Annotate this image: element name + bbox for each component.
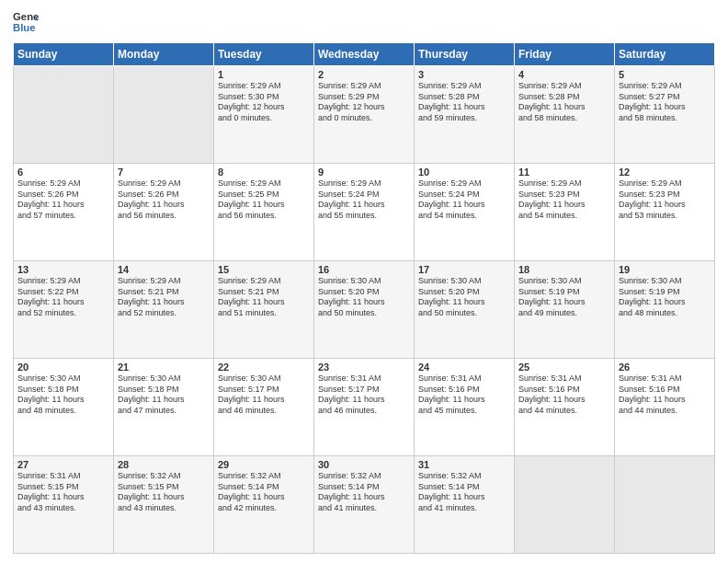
cell-info: Sunrise: 5:31 AM Sunset: 5:16 PM Dayligh…: [518, 373, 610, 417]
day-number: 20: [17, 362, 109, 373]
calendar-cell: 26Sunrise: 5:31 AM Sunset: 5:16 PM Dayli…: [615, 359, 715, 456]
cell-info: Sunrise: 5:29 AM Sunset: 5:22 PM Dayligh…: [17, 276, 109, 319]
day-number: 28: [118, 459, 210, 470]
cell-info: Sunrise: 5:29 AM Sunset: 5:21 PM Dayligh…: [118, 276, 210, 319]
calendar-cell: 23Sunrise: 5:31 AM Sunset: 5:17 PM Dayli…: [314, 359, 415, 456]
cell-info: Sunrise: 5:32 AM Sunset: 5:14 PM Dayligh…: [318, 471, 410, 514]
calendar-cell: [515, 456, 615, 554]
cell-info: Sunrise: 5:29 AM Sunset: 5:23 PM Dayligh…: [619, 178, 711, 222]
day-number: 5: [619, 69, 711, 80]
calendar-cell: 2Sunrise: 5:29 AM Sunset: 5:29 PM Daylig…: [314, 66, 415, 164]
calendar-cell: 19Sunrise: 5:30 AM Sunset: 5:19 PM Dayli…: [615, 261, 715, 359]
calendar-cell: 11Sunrise: 5:29 AM Sunset: 5:23 PM Dayli…: [515, 164, 615, 261]
cell-info: Sunrise: 5:30 AM Sunset: 5:19 PM Dayligh…: [518, 276, 610, 319]
weekday-header-friday: Friday: [515, 43, 615, 66]
weekday-header-thursday: Thursday: [415, 43, 515, 66]
week-row-3: 13Sunrise: 5:29 AM Sunset: 5:22 PM Dayli…: [14, 261, 715, 359]
cell-info: Sunrise: 5:29 AM Sunset: 5:24 PM Dayligh…: [318, 178, 410, 222]
day-number: 4: [518, 69, 610, 80]
weekday-header-tuesday: Tuesday: [214, 43, 314, 66]
day-number: 16: [318, 264, 410, 275]
weekday-header-sunday: Sunday: [14, 43, 114, 66]
cell-info: Sunrise: 5:29 AM Sunset: 5:21 PM Dayligh…: [218, 276, 310, 319]
weekday-header-saturday: Saturday: [615, 43, 715, 66]
day-number: 21: [118, 362, 210, 373]
day-number: 13: [17, 264, 109, 275]
calendar-cell: 22Sunrise: 5:30 AM Sunset: 5:17 PM Dayli…: [214, 359, 314, 456]
day-number: 3: [418, 69, 510, 80]
calendar-cell: 1Sunrise: 5:29 AM Sunset: 5:30 PM Daylig…: [214, 66, 314, 164]
calendar-cell: 20Sunrise: 5:30 AM Sunset: 5:18 PM Dayli…: [14, 359, 114, 456]
calendar-cell: 28Sunrise: 5:32 AM Sunset: 5:15 PM Dayli…: [114, 456, 214, 554]
calendar-cell: 15Sunrise: 5:29 AM Sunset: 5:21 PM Dayli…: [214, 261, 314, 359]
day-number: 29: [218, 459, 310, 470]
calendar-cell: 27Sunrise: 5:31 AM Sunset: 5:15 PM Dayli…: [14, 456, 114, 554]
cell-info: Sunrise: 5:31 AM Sunset: 5:16 PM Dayligh…: [418, 373, 510, 417]
cell-info: Sunrise: 5:31 AM Sunset: 5:17 PM Dayligh…: [318, 373, 410, 417]
day-number: 12: [619, 167, 711, 178]
day-number: 11: [518, 167, 610, 178]
day-number: 6: [17, 167, 109, 178]
day-number: 15: [218, 264, 310, 275]
calendar-cell: 14Sunrise: 5:29 AM Sunset: 5:21 PM Dayli…: [114, 261, 214, 359]
cell-info: Sunrise: 5:29 AM Sunset: 5:28 PM Dayligh…: [518, 81, 610, 124]
cell-info: Sunrise: 5:29 AM Sunset: 5:26 PM Dayligh…: [118, 178, 210, 222]
calendar-cell: 13Sunrise: 5:29 AM Sunset: 5:22 PM Dayli…: [14, 261, 114, 359]
calendar-cell: 4Sunrise: 5:29 AM Sunset: 5:28 PM Daylig…: [515, 66, 615, 164]
cell-info: Sunrise: 5:32 AM Sunset: 5:15 PM Dayligh…: [118, 471, 210, 514]
day-number: 8: [218, 167, 310, 178]
day-number: 7: [118, 167, 210, 178]
calendar-table: SundayMondayTuesdayWednesdayThursdayFrid…: [13, 42, 715, 554]
logo: General Blue: [13, 9, 39, 35]
cell-info: Sunrise: 5:29 AM Sunset: 5:26 PM Dayligh…: [17, 178, 109, 222]
calendar-cell: 29Sunrise: 5:32 AM Sunset: 5:14 PM Dayli…: [214, 456, 314, 554]
calendar-cell: 5Sunrise: 5:29 AM Sunset: 5:27 PM Daylig…: [615, 66, 715, 164]
calendar-cell: 24Sunrise: 5:31 AM Sunset: 5:16 PM Dayli…: [415, 359, 515, 456]
week-row-2: 6Sunrise: 5:29 AM Sunset: 5:26 PM Daylig…: [14, 164, 715, 261]
cell-info: Sunrise: 5:31 AM Sunset: 5:15 PM Dayligh…: [17, 471, 109, 514]
svg-text:Blue: Blue: [13, 22, 36, 33]
cell-info: Sunrise: 5:29 AM Sunset: 5:24 PM Dayligh…: [418, 178, 510, 222]
day-number: 27: [17, 459, 109, 470]
cell-info: Sunrise: 5:29 AM Sunset: 5:28 PM Dayligh…: [418, 81, 510, 124]
calendar-cell: 25Sunrise: 5:31 AM Sunset: 5:16 PM Dayli…: [515, 359, 615, 456]
cell-info: Sunrise: 5:30 AM Sunset: 5:18 PM Dayligh…: [118, 373, 210, 417]
day-number: 26: [619, 362, 711, 373]
day-number: 17: [418, 264, 510, 275]
cell-info: Sunrise: 5:29 AM Sunset: 5:25 PM Dayligh…: [218, 178, 310, 222]
calendar-cell: 31Sunrise: 5:32 AM Sunset: 5:14 PM Dayli…: [415, 456, 515, 554]
page: General Blue SundayMondayTuesdayWednesda…: [0, 0, 728, 563]
calendar-cell: 3Sunrise: 5:29 AM Sunset: 5:28 PM Daylig…: [415, 66, 515, 164]
cell-info: Sunrise: 5:30 AM Sunset: 5:20 PM Dayligh…: [418, 276, 510, 319]
calendar-cell: 9Sunrise: 5:29 AM Sunset: 5:24 PM Daylig…: [314, 164, 415, 261]
logo-icon: General Blue: [13, 9, 39, 35]
day-number: 19: [619, 264, 711, 275]
week-row-1: 1Sunrise: 5:29 AM Sunset: 5:30 PM Daylig…: [14, 66, 715, 164]
calendar-cell: [14, 66, 114, 164]
cell-info: Sunrise: 5:29 AM Sunset: 5:30 PM Dayligh…: [218, 81, 310, 124]
calendar-cell: [615, 456, 715, 554]
header: General Blue: [13, 9, 715, 35]
cell-info: Sunrise: 5:29 AM Sunset: 5:23 PM Dayligh…: [518, 178, 610, 222]
day-number: 25: [518, 362, 610, 373]
day-number: 18: [518, 264, 610, 275]
calendar-cell: [114, 66, 214, 164]
cell-info: Sunrise: 5:32 AM Sunset: 5:14 PM Dayligh…: [218, 471, 310, 514]
calendar-cell: 30Sunrise: 5:32 AM Sunset: 5:14 PM Dayli…: [314, 456, 415, 554]
cell-info: Sunrise: 5:29 AM Sunset: 5:27 PM Dayligh…: [619, 81, 711, 124]
day-number: 9: [318, 167, 410, 178]
week-row-4: 20Sunrise: 5:30 AM Sunset: 5:18 PM Dayli…: [14, 359, 715, 456]
calendar-cell: 12Sunrise: 5:29 AM Sunset: 5:23 PM Dayli…: [615, 164, 715, 261]
cell-info: Sunrise: 5:32 AM Sunset: 5:14 PM Dayligh…: [418, 471, 510, 514]
calendar-cell: 8Sunrise: 5:29 AM Sunset: 5:25 PM Daylig…: [214, 164, 314, 261]
weekday-header-monday: Monday: [114, 43, 214, 66]
calendar-cell: 6Sunrise: 5:29 AM Sunset: 5:26 PM Daylig…: [14, 164, 114, 261]
weekday-header-row: SundayMondayTuesdayWednesdayThursdayFrid…: [14, 43, 715, 66]
cell-info: Sunrise: 5:30 AM Sunset: 5:19 PM Dayligh…: [619, 276, 711, 319]
calendar-cell: 21Sunrise: 5:30 AM Sunset: 5:18 PM Dayli…: [114, 359, 214, 456]
day-number: 30: [318, 459, 410, 470]
cell-info: Sunrise: 5:30 AM Sunset: 5:20 PM Dayligh…: [318, 276, 410, 319]
day-number: 31: [418, 459, 510, 470]
day-number: 2: [318, 69, 410, 80]
day-number: 23: [318, 362, 410, 373]
